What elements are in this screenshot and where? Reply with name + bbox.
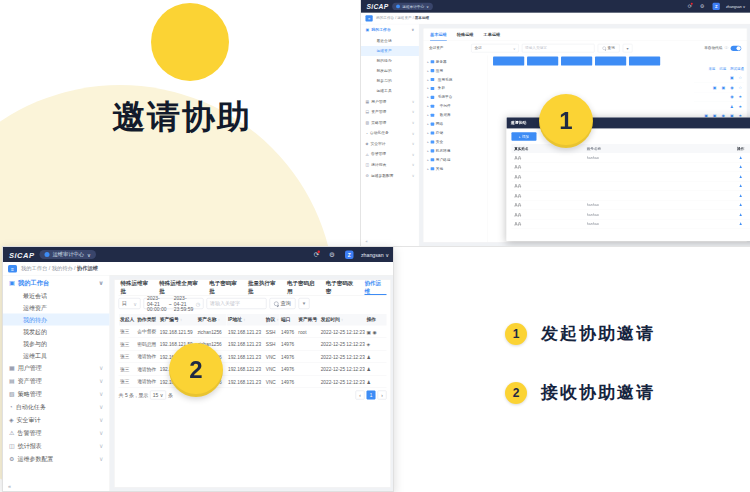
- bulk-action-button[interactable]: [595, 57, 626, 66]
- tab[interactable]: 批量执行审批: [248, 280, 281, 295]
- sidebar-group-item[interactable]: ▤ 资产管理 ∨: [3, 375, 110, 388]
- tree-expand-icon[interactable]: ▸: [427, 95, 429, 99]
- tab[interactable]: 特殊运维: [457, 28, 474, 40]
- tab[interactable]: 电子密码改密: [326, 280, 359, 295]
- invite-user-icon[interactable]: ♟: [731, 222, 750, 226]
- sidebar-group-item[interactable]: ▦ 用户管理 ∨: [3, 362, 110, 375]
- sidebar-sub-item[interactable]: 我参与的: [3, 338, 110, 350]
- invite-user-icon[interactable]: ♟: [731, 184, 750, 188]
- tree-node[interactable]: ▸ 集群: [423, 84, 487, 93]
- connection-filter-link[interactable]: 测试连通: [730, 66, 744, 71]
- sort-icon[interactable]: ↕: [218, 317, 220, 322]
- sidebar-group-item[interactable]: ⚠ 告警管理 ∨: [361, 149, 419, 160]
- invite-user-icon[interactable]: ♟: [731, 174, 750, 178]
- tree-expand-icon[interactable]: ▸: [427, 113, 429, 117]
- column-header[interactable]: 发起人: [119, 314, 136, 326]
- sidebar-group-item[interactable]: ◔ 自动化任务 ∨: [3, 401, 110, 414]
- date-range-picker[interactable]: 2023-04-21 00:00:00 ~ 2023-04-21 23:59:5…: [144, 298, 204, 309]
- next-page-icon[interactable]: ›: [378, 391, 387, 400]
- sidebar-group-item[interactable]: ◔ 自动化任务 ∨: [361, 128, 419, 139]
- tree-expand-icon[interactable]: ▸: [427, 78, 429, 82]
- column-header[interactable]: 协议 ↕: [264, 314, 279, 326]
- column-header[interactable]: 操作: [365, 314, 386, 326]
- keyword-input[interactable]: 请输入关键字: [207, 298, 267, 309]
- tree-expand-icon[interactable]: ▸: [427, 149, 429, 153]
- notifications-icon[interactable]: ⟳: [314, 251, 319, 259]
- sort-icon[interactable]: ↕: [180, 317, 182, 322]
- tree-node[interactable]: ▸ 其他: [423, 164, 487, 173]
- settings-gear-icon[interactable]: ⚙: [329, 251, 335, 259]
- row-action-icons[interactable]: ▣ ◉: [365, 326, 386, 338]
- row-action-icons[interactable]: ▣ ☆: [694, 73, 744, 82]
- filter-funnel-button[interactable]: ▼: [299, 298, 310, 309]
- bulk-action-button[interactable]: [629, 57, 660, 66]
- sidebar-group-item[interactable]: ◫ 统计报表 ∨: [361, 160, 419, 171]
- sidebar-sub-item[interactable]: 我发起的: [3, 326, 110, 338]
- tree-expand-icon[interactable]: ▸: [427, 158, 429, 162]
- notifications-icon[interactable]: ⟳: [688, 3, 692, 9]
- tab[interactable]: 电子密码审批: [209, 280, 242, 295]
- tree-node[interactable]: ▸ 机房环境: [423, 146, 487, 155]
- row-action-icons[interactable]: ♟: [365, 350, 386, 363]
- tree-node[interactable]: ▸ 系统平台: [423, 93, 487, 102]
- tree-expand-icon[interactable]: ▸: [427, 140, 429, 144]
- sort-icon[interactable]: ↕: [319, 317, 320, 322]
- filter-funnel-button[interactable]: ▼: [623, 44, 632, 52]
- user-menu[interactable]: zhangsan ∨: [361, 252, 389, 258]
- tab[interactable]: 特殊运维全局审批: [159, 280, 203, 295]
- tree-expand-icon[interactable]: ▸: [427, 86, 429, 90]
- connection-filter-link[interactable]: 已连: [719, 66, 726, 71]
- sidebar-sub-item[interactable]: 运维资产: [3, 302, 110, 314]
- page-size-select[interactable]: 15∨: [150, 391, 166, 400]
- tree-node[interactable]: ▸ 用户终端: [423, 155, 487, 164]
- scope-select[interactable]: 全部∨: [471, 44, 518, 52]
- tab[interactable]: 工单运维: [484, 28, 501, 40]
- page-number[interactable]: 1: [367, 391, 376, 400]
- tab[interactable]: 特殊运维审批: [121, 280, 154, 295]
- autofill-toggle[interactable]: [731, 46, 742, 51]
- tree-node[interactable]: ▸ 中间件: [423, 102, 487, 111]
- row-action-icons[interactable]: ♟ ★: [694, 102, 744, 111]
- search-button[interactable]: 查询: [598, 44, 620, 52]
- row-action-icons[interactable]: ◉ ★: [694, 92, 744, 101]
- tree-expand-icon[interactable]: ▸: [427, 167, 429, 171]
- row-action-icons[interactable]: ▣ ▣ ◉ ☆: [694, 83, 744, 92]
- invite-user-icon[interactable]: ♟: [731, 155, 750, 159]
- column-header[interactable]: 端口: [279, 314, 296, 326]
- column-header[interactable]: 资产编号 ↕: [158, 314, 196, 326]
- tree-expand-icon[interactable]: ▸: [427, 60, 429, 64]
- row-action-icons[interactable]: ◈: [365, 338, 386, 351]
- sidebar-group-item[interactable]: ⚙ 运维参数配置 ∨: [361, 170, 419, 181]
- sidebar-item-my-workspace[interactable]: ▣ 我的工作台 ∨: [3, 276, 110, 290]
- tree-expand-icon[interactable]: ▸: [427, 69, 429, 73]
- avatar[interactable]: Z: [345, 250, 354, 259]
- tree-node[interactable]: ▸ 网络: [423, 120, 487, 129]
- tree-node[interactable]: ▸ 存储: [423, 128, 487, 137]
- menu-toggle-button[interactable]: ≡: [365, 15, 372, 21]
- sidebar-group-item[interactable]: ⚠ 告警管理 ∨: [3, 427, 110, 440]
- sort-icon[interactable]: ↕: [158, 317, 159, 322]
- tree-node[interactable]: ▸ 应用: [423, 66, 487, 75]
- sidebar-item-my-workspace[interactable]: ▣ 我的工作台 ∨: [361, 24, 419, 36]
- workspace-switcher[interactable]: 运维审计中心 ∨: [39, 250, 95, 259]
- tree-node[interactable]: ▸ 数据库: [423, 111, 487, 120]
- sidebar-sub-item[interactable]: 运维资产: [361, 46, 419, 56]
- search-button[interactable]: 查询: [270, 298, 296, 309]
- sidebar-group-item[interactable]: ▤ 资产管理 ∨: [361, 107, 419, 118]
- bulk-action-button[interactable]: [527, 57, 558, 66]
- prev-page-icon[interactable]: ‹: [356, 391, 365, 400]
- row-action-icons[interactable]: ♟: [365, 363, 386, 376]
- tree-node[interactable]: ▸ 服务器: [423, 57, 487, 66]
- bulk-action-button[interactable]: [493, 57, 524, 66]
- settings-gear-icon[interactable]: ⚙: [700, 3, 704, 9]
- tab[interactable]: 基本运维: [430, 28, 447, 40]
- sidebar-group-item[interactable]: ▦ 用户管理 ∨: [361, 96, 419, 107]
- sidebar-sub-item[interactable]: 最近会话: [3, 290, 110, 302]
- sidebar-group-item[interactable]: ◈ 安全审计 ∨: [361, 138, 419, 149]
- invite-user-icon[interactable]: ♟: [731, 203, 750, 207]
- sidebar-sub-item[interactable]: 我的待办: [361, 56, 419, 66]
- sidebar-group-item[interactable]: ⚙ 运维参数配置 ∨: [3, 453, 110, 466]
- tree-expand-icon[interactable]: ▸: [427, 131, 429, 135]
- column-header[interactable]: 协作类型 ↕: [136, 314, 158, 326]
- bulk-action-button[interactable]: [561, 57, 592, 66]
